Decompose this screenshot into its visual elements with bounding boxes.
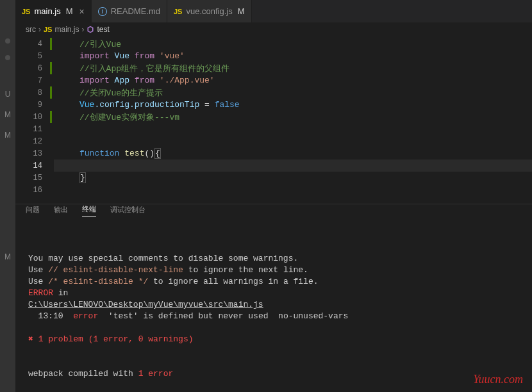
scm-indicator: M: [4, 252, 11, 261]
panel-tab-output[interactable]: 输出: [54, 205, 68, 217]
code-comment: //引入App组件，它是所有组件的父组件: [79, 63, 229, 74]
panel-tabs: 问题 输出 终端 调试控制台: [15, 204, 532, 217]
code-func: test: [119, 149, 144, 158]
code-keyword: from: [135, 76, 154, 85]
tab-readme[interactable]: i README.md: [92, 0, 167, 22]
panel-tab-problems[interactable]: 问题: [26, 205, 40, 217]
activity-bar: U M M M: [0, 0, 15, 392]
watermark: Yuucn.com: [473, 373, 523, 385]
activity-dot: [5, 38, 10, 44]
line-number: 8: [38, 88, 42, 97]
line-number: 13: [33, 149, 42, 158]
close-icon[interactable]: ×: [79, 6, 85, 17]
breadcrumb[interactable]: src › JS main.js › test: [15, 22, 532, 37]
line-number: 16: [33, 186, 42, 195]
git-marker: [50, 111, 52, 123]
modified-indicator: M: [66, 6, 73, 16]
main-area: JS main.js M × i README.md JS vue.config…: [15, 0, 532, 392]
line-number: 9: [38, 101, 42, 110]
code-keyword: import: [79, 51, 110, 61]
tab-bar: JS main.js M × i README.md JS vue.config…: [15, 0, 532, 22]
terminal-line: to ignore the next line.: [183, 265, 308, 275]
line-number: 14: [33, 161, 42, 170]
code-string: './App.vue': [154, 76, 215, 85]
code-brace: {: [154, 148, 161, 159]
code-prop: productionTip: [135, 100, 199, 110]
error-cross-icon: ✖: [28, 334, 38, 344]
tab-label: main.js: [34, 6, 60, 16]
scm-indicator: M: [4, 131, 11, 140]
code-obj: Vue: [79, 100, 94, 110]
git-marker: [50, 86, 52, 99]
line-number: 10: [33, 113, 42, 122]
terminal-line: 13:10: [28, 311, 73, 321]
terminal-error: error: [73, 311, 98, 321]
activity-dot: [5, 55, 10, 60]
terminal-line: 'test' is defined but never used no-unus…: [98, 311, 348, 321]
terminal-line: You may use special comments to disable …: [28, 254, 298, 263]
line-number: 11: [33, 125, 42, 134]
terminal-highlight: // eslint-disable-next-line: [48, 265, 183, 275]
code-keyword: function: [79, 149, 119, 158]
panel-tab-debug[interactable]: 调试控制台: [110, 205, 145, 217]
code-keyword: from: [135, 51, 154, 61]
terminal-line: to ignore all warnings in a file.: [148, 277, 318, 286]
terminal-line: webpack compiled with: [28, 369, 138, 379]
panel-tab-terminal[interactable]: 终端: [82, 204, 96, 217]
chevron-right-icon: ›: [81, 25, 84, 34]
code-var: Vue: [110, 51, 135, 61]
code-bool: false: [215, 100, 240, 110]
js-icon: JS: [174, 8, 182, 15]
line-number: 12: [33, 137, 42, 146]
line-number: 4: [38, 40, 42, 49]
tab-main-js[interactable]: JS main.js M ×: [15, 0, 92, 22]
gutter: 4 5 6 7 8 9 10 11 12 13 14 15 16: [15, 37, 54, 204]
terminal-output[interactable]: You may use special comments to disable …: [15, 217, 532, 392]
code-string: 'vue': [154, 51, 185, 61]
breadcrumb-file: main.js: [54, 25, 79, 34]
js-icon: JS: [44, 26, 52, 33]
method-icon: [87, 26, 94, 33]
git-marker: [50, 62, 52, 74]
terminal-summary: 1 problem (1 error, 0 warnings): [38, 334, 194, 344]
terminal-line: Use: [28, 277, 48, 286]
line-number: 7: [38, 76, 42, 85]
code-var: App: [110, 76, 135, 85]
code-area[interactable]: //引入Vue import Vue from 'vue' //引入App组件，…: [54, 37, 532, 204]
code-comment: //关闭Vue的生产提示: [79, 87, 163, 99]
terminal-panel: 问题 输出 终端 调试控制台 You may use special comme…: [15, 204, 532, 392]
tab-vue-config[interactable]: JS vue.config.js M: [167, 0, 252, 22]
line-number: 5: [38, 52, 42, 61]
code-keyword: import: [79, 76, 110, 85]
scm-indicator: M: [4, 110, 11, 119]
scm-indicator: U: [5, 90, 11, 99]
code-prop: .config.: [94, 100, 134, 110]
modified-indicator: M: [238, 6, 245, 16]
tab-label: README.md: [111, 6, 160, 16]
breadcrumb-symbol: test: [97, 25, 109, 34]
breadcrumb-folder: src: [26, 25, 36, 34]
line-number: 15: [33, 174, 42, 183]
git-marker: [50, 38, 52, 50]
info-icon: i: [98, 7, 107, 16]
chevron-right-icon: ›: [38, 25, 41, 34]
code-brace: }: [79, 172, 86, 183]
editor[interactable]: 4 5 6 7 8 9 10 11 12 13 14 15 16 //引入Vue…: [15, 37, 532, 204]
terminal-highlight: /* eslint-disable */: [48, 277, 148, 286]
code-op: =: [199, 100, 214, 110]
code-punct: (): [144, 149, 154, 158]
terminal-error-label: ERROR: [28, 288, 53, 298]
terminal-path: C:\Users\LENOVO\Desktop\myVue\myvue\src\…: [28, 300, 263, 309]
line-number: 6: [38, 64, 42, 73]
tab-label: vue.config.js: [186, 6, 232, 16]
terminal-line: in: [53, 288, 68, 298]
code-comment: //创建Vue实例对象---vm: [79, 111, 179, 123]
js-icon: JS: [22, 8, 30, 15]
terminal-error-count: 1 error: [138, 369, 174, 379]
terminal-line: Use: [28, 265, 48, 275]
code-comment: //引入Vue: [79, 38, 121, 50]
